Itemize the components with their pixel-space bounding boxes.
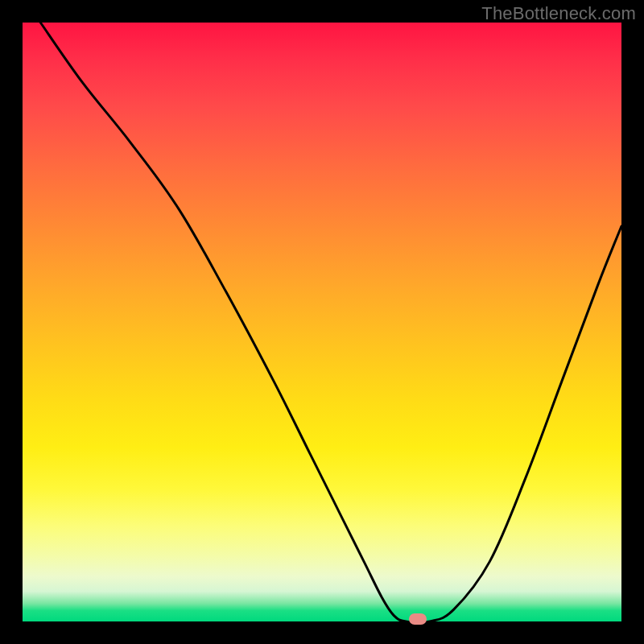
watermark-text: TheBottleneck.com <box>481 3 636 24</box>
plot-area <box>23 23 621 621</box>
chart-frame: TheBottleneck.com <box>0 0 644 644</box>
bottleneck-curve <box>23 23 621 621</box>
optimal-marker <box>409 613 427 625</box>
